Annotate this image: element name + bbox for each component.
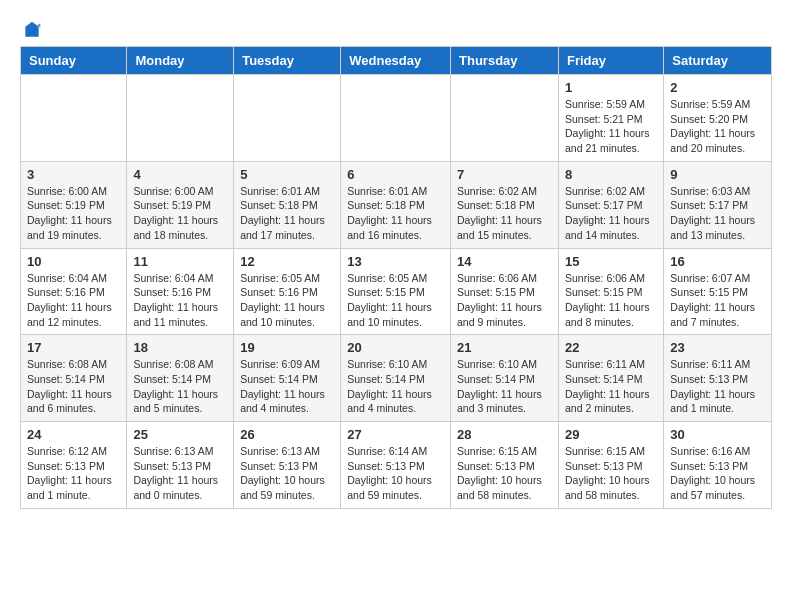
calendar-cell: 13Sunrise: 6:05 AM Sunset: 5:15 PM Dayli… — [341, 248, 451, 335]
calendar-cell — [21, 75, 127, 162]
calendar-cell: 26Sunrise: 6:13 AM Sunset: 5:13 PM Dayli… — [234, 422, 341, 509]
day-number: 23 — [670, 340, 765, 355]
day-number: 26 — [240, 427, 334, 442]
day-number: 5 — [240, 167, 334, 182]
day-number: 24 — [27, 427, 120, 442]
calendar-cell — [234, 75, 341, 162]
day-info: Sunrise: 6:06 AM Sunset: 5:15 PM Dayligh… — [565, 271, 657, 330]
calendar-cell: 30Sunrise: 6:16 AM Sunset: 5:13 PM Dayli… — [664, 422, 772, 509]
header-wednesday: Wednesday — [341, 47, 451, 75]
day-info: Sunrise: 6:06 AM Sunset: 5:15 PM Dayligh… — [457, 271, 552, 330]
day-info: Sunrise: 6:09 AM Sunset: 5:14 PM Dayligh… — [240, 357, 334, 416]
calendar-cell: 16Sunrise: 6:07 AM Sunset: 5:15 PM Dayli… — [664, 248, 772, 335]
day-number: 4 — [133, 167, 227, 182]
calendar-cell: 8Sunrise: 6:02 AM Sunset: 5:17 PM Daylig… — [558, 161, 663, 248]
header-monday: Monday — [127, 47, 234, 75]
calendar-cell: 19Sunrise: 6:09 AM Sunset: 5:14 PM Dayli… — [234, 335, 341, 422]
header-thursday: Thursday — [451, 47, 559, 75]
page-header — [20, 20, 772, 36]
calendar-cell: 28Sunrise: 6:15 AM Sunset: 5:13 PM Dayli… — [451, 422, 559, 509]
day-number: 9 — [670, 167, 765, 182]
day-info: Sunrise: 6:04 AM Sunset: 5:16 PM Dayligh… — [27, 271, 120, 330]
day-number: 28 — [457, 427, 552, 442]
calendar-cell — [451, 75, 559, 162]
day-info: Sunrise: 6:08 AM Sunset: 5:14 PM Dayligh… — [133, 357, 227, 416]
day-number: 20 — [347, 340, 444, 355]
day-info: Sunrise: 6:10 AM Sunset: 5:14 PM Dayligh… — [457, 357, 552, 416]
day-number: 2 — [670, 80, 765, 95]
day-number: 12 — [240, 254, 334, 269]
day-number: 25 — [133, 427, 227, 442]
day-number: 17 — [27, 340, 120, 355]
day-info: Sunrise: 6:13 AM Sunset: 5:13 PM Dayligh… — [240, 444, 334, 503]
week-row-3: 17Sunrise: 6:08 AM Sunset: 5:14 PM Dayli… — [21, 335, 772, 422]
calendar-cell: 5Sunrise: 6:01 AM Sunset: 5:18 PM Daylig… — [234, 161, 341, 248]
calendar-cell: 18Sunrise: 6:08 AM Sunset: 5:14 PM Dayli… — [127, 335, 234, 422]
day-info: Sunrise: 6:08 AM Sunset: 5:14 PM Dayligh… — [27, 357, 120, 416]
day-info: Sunrise: 6:14 AM Sunset: 5:13 PM Dayligh… — [347, 444, 444, 503]
day-info: Sunrise: 6:11 AM Sunset: 5:14 PM Dayligh… — [565, 357, 657, 416]
calendar-cell: 23Sunrise: 6:11 AM Sunset: 5:13 PM Dayli… — [664, 335, 772, 422]
day-number: 18 — [133, 340, 227, 355]
calendar-cell: 15Sunrise: 6:06 AM Sunset: 5:15 PM Dayli… — [558, 248, 663, 335]
day-number: 21 — [457, 340, 552, 355]
logo-icon — [22, 20, 42, 40]
day-number: 11 — [133, 254, 227, 269]
calendar-cell — [341, 75, 451, 162]
day-info: Sunrise: 5:59 AM Sunset: 5:20 PM Dayligh… — [670, 97, 765, 156]
calendar-cell: 14Sunrise: 6:06 AM Sunset: 5:15 PM Dayli… — [451, 248, 559, 335]
day-info: Sunrise: 6:05 AM Sunset: 5:15 PM Dayligh… — [347, 271, 444, 330]
day-info: Sunrise: 6:12 AM Sunset: 5:13 PM Dayligh… — [27, 444, 120, 503]
header-saturday: Saturday — [664, 47, 772, 75]
calendar-cell — [127, 75, 234, 162]
day-info: Sunrise: 6:15 AM Sunset: 5:13 PM Dayligh… — [457, 444, 552, 503]
day-info: Sunrise: 6:03 AM Sunset: 5:17 PM Dayligh… — [670, 184, 765, 243]
calendar-cell: 12Sunrise: 6:05 AM Sunset: 5:16 PM Dayli… — [234, 248, 341, 335]
calendar-cell: 17Sunrise: 6:08 AM Sunset: 5:14 PM Dayli… — [21, 335, 127, 422]
day-number: 16 — [670, 254, 765, 269]
header-friday: Friday — [558, 47, 663, 75]
calendar-cell: 1Sunrise: 5:59 AM Sunset: 5:21 PM Daylig… — [558, 75, 663, 162]
logo — [20, 20, 42, 36]
calendar-cell: 4Sunrise: 6:00 AM Sunset: 5:19 PM Daylig… — [127, 161, 234, 248]
calendar-cell: 29Sunrise: 6:15 AM Sunset: 5:13 PM Dayli… — [558, 422, 663, 509]
day-number: 27 — [347, 427, 444, 442]
calendar-cell: 9Sunrise: 6:03 AM Sunset: 5:17 PM Daylig… — [664, 161, 772, 248]
calendar-cell: 22Sunrise: 6:11 AM Sunset: 5:14 PM Dayli… — [558, 335, 663, 422]
calendar-cell: 11Sunrise: 6:04 AM Sunset: 5:16 PM Dayli… — [127, 248, 234, 335]
calendar-cell: 6Sunrise: 6:01 AM Sunset: 5:18 PM Daylig… — [341, 161, 451, 248]
day-number: 22 — [565, 340, 657, 355]
calendar-cell: 7Sunrise: 6:02 AM Sunset: 5:18 PM Daylig… — [451, 161, 559, 248]
week-row-1: 3Sunrise: 6:00 AM Sunset: 5:19 PM Daylig… — [21, 161, 772, 248]
day-info: Sunrise: 6:02 AM Sunset: 5:18 PM Dayligh… — [457, 184, 552, 243]
day-info: Sunrise: 6:07 AM Sunset: 5:15 PM Dayligh… — [670, 271, 765, 330]
day-info: Sunrise: 6:16 AM Sunset: 5:13 PM Dayligh… — [670, 444, 765, 503]
calendar-cell: 25Sunrise: 6:13 AM Sunset: 5:13 PM Dayli… — [127, 422, 234, 509]
calendar-header-row: SundayMondayTuesdayWednesdayThursdayFrid… — [21, 47, 772, 75]
day-info: Sunrise: 6:01 AM Sunset: 5:18 PM Dayligh… — [240, 184, 334, 243]
day-number: 10 — [27, 254, 120, 269]
week-row-0: 1Sunrise: 5:59 AM Sunset: 5:21 PM Daylig… — [21, 75, 772, 162]
calendar-cell: 27Sunrise: 6:14 AM Sunset: 5:13 PM Dayli… — [341, 422, 451, 509]
day-info: Sunrise: 6:00 AM Sunset: 5:19 PM Dayligh… — [133, 184, 227, 243]
calendar-cell: 10Sunrise: 6:04 AM Sunset: 5:16 PM Dayli… — [21, 248, 127, 335]
calendar-cell: 24Sunrise: 6:12 AM Sunset: 5:13 PM Dayli… — [21, 422, 127, 509]
day-info: Sunrise: 6:04 AM Sunset: 5:16 PM Dayligh… — [133, 271, 227, 330]
day-info: Sunrise: 6:10 AM Sunset: 5:14 PM Dayligh… — [347, 357, 444, 416]
day-number: 3 — [27, 167, 120, 182]
day-number: 13 — [347, 254, 444, 269]
day-number: 15 — [565, 254, 657, 269]
day-info: Sunrise: 6:11 AM Sunset: 5:13 PM Dayligh… — [670, 357, 765, 416]
calendar-table: SundayMondayTuesdayWednesdayThursdayFrid… — [20, 46, 772, 509]
day-info: Sunrise: 5:59 AM Sunset: 5:21 PM Dayligh… — [565, 97, 657, 156]
header-tuesday: Tuesday — [234, 47, 341, 75]
day-info: Sunrise: 6:05 AM Sunset: 5:16 PM Dayligh… — [240, 271, 334, 330]
header-sunday: Sunday — [21, 47, 127, 75]
week-row-4: 24Sunrise: 6:12 AM Sunset: 5:13 PM Dayli… — [21, 422, 772, 509]
day-info: Sunrise: 6:02 AM Sunset: 5:17 PM Dayligh… — [565, 184, 657, 243]
calendar-cell: 3Sunrise: 6:00 AM Sunset: 5:19 PM Daylig… — [21, 161, 127, 248]
calendar-cell: 20Sunrise: 6:10 AM Sunset: 5:14 PM Dayli… — [341, 335, 451, 422]
calendar-cell: 21Sunrise: 6:10 AM Sunset: 5:14 PM Dayli… — [451, 335, 559, 422]
day-number: 30 — [670, 427, 765, 442]
day-number: 1 — [565, 80, 657, 95]
